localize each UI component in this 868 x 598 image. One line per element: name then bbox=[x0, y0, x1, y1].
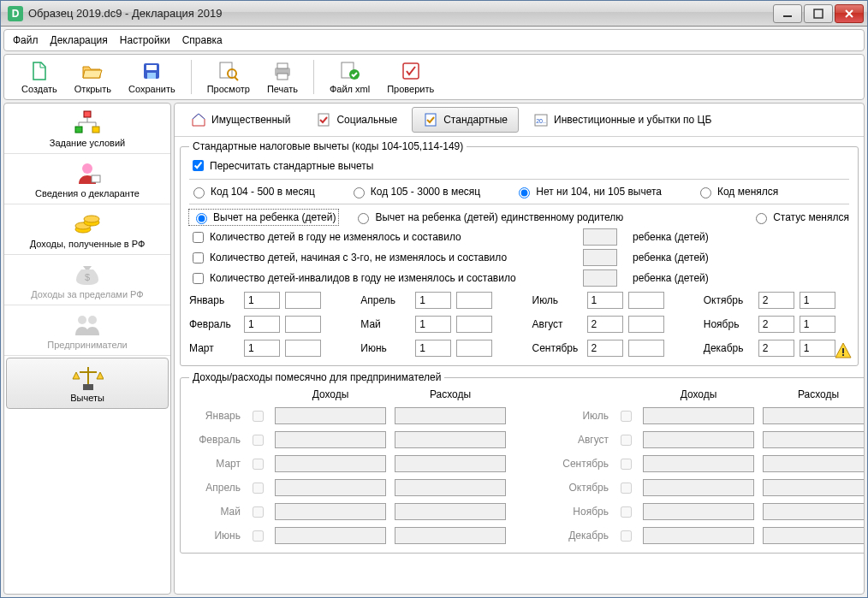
input-dec-2[interactable] bbox=[800, 340, 835, 357]
input-sep-2[interactable] bbox=[628, 340, 664, 357]
checkbox-recalc[interactable]: Пересчитать стандартные вычеты bbox=[189, 157, 373, 174]
input-sep-1[interactable] bbox=[587, 340, 623, 357]
ie-aug-check[interactable] bbox=[621, 435, 632, 446]
ie-dec-check[interactable] bbox=[621, 530, 632, 542]
input-may-1[interactable] bbox=[415, 316, 451, 333]
sidebar-entrepreneur[interactable]: Предприниматели bbox=[4, 305, 170, 356]
ie-oct-income[interactable] bbox=[643, 479, 754, 496]
tab-property[interactable]: Имущественный bbox=[180, 107, 301, 133]
ie-mar-check[interactable] bbox=[253, 459, 264, 470]
minimize-button[interactable] bbox=[773, 4, 802, 23]
tool-xml[interactable]: Файл xml bbox=[321, 58, 378, 96]
ie-mar-expense[interactable] bbox=[395, 455, 506, 472]
radio-none[interactable]: Нет ни 104, ни 105 вычета bbox=[514, 185, 662, 198]
ie-apr-income[interactable] bbox=[275, 479, 386, 496]
ie-feb-expense[interactable] bbox=[395, 431, 506, 448]
ie-jan-income[interactable] bbox=[275, 407, 386, 424]
tab-invest[interactable]: 20.. Инвестиционные и убытки по ЦБ bbox=[522, 107, 722, 133]
check-count1[interactable]: Количество детей в году не изменялось и … bbox=[189, 229, 576, 246]
radio-child[interactable]: Вычет на ребенка (детей) bbox=[189, 210, 338, 225]
input-apr-1[interactable] bbox=[415, 292, 451, 309]
input-nov-1[interactable] bbox=[758, 316, 794, 333]
ie-aug-expense[interactable] bbox=[763, 431, 864, 448]
check-count2[interactable]: Количество детей, начиная с 3-го, не изм… bbox=[189, 250, 576, 266]
tool-preview[interactable]: Просмотр bbox=[199, 58, 259, 96]
ie-nov-expense[interactable] bbox=[763, 503, 864, 520]
ie-may-income[interactable] bbox=[275, 503, 386, 520]
tab-standard[interactable]: Стандартные bbox=[412, 107, 519, 133]
app-window: D Образец 2019.dc9 - Декларация 2019 Фай… bbox=[0, 0, 868, 598]
ie-jun-expense[interactable] bbox=[395, 527, 506, 544]
input-jun-1[interactable] bbox=[415, 340, 451, 357]
input-aug-2[interactable] bbox=[628, 316, 664, 333]
sidebar-deductions[interactable]: Вычеты bbox=[6, 358, 169, 409]
radio-code104[interactable]: Код 104 - 500 в месяц bbox=[189, 185, 315, 198]
ie-apr-check[interactable] bbox=[253, 483, 264, 494]
input-feb-1[interactable] bbox=[244, 316, 280, 333]
ie-jun-check[interactable] bbox=[253, 530, 264, 542]
tab-social[interactable]: Социальные bbox=[305, 107, 408, 133]
ie-sep-expense[interactable] bbox=[763, 455, 864, 472]
ie-nov-check[interactable] bbox=[621, 506, 632, 518]
input-oct-2[interactable] bbox=[800, 292, 835, 309]
input-jul-1[interactable] bbox=[587, 292, 623, 309]
ie-sep-income[interactable] bbox=[643, 455, 754, 472]
ie-jun-income[interactable] bbox=[275, 527, 386, 544]
ie-jan-expense[interactable] bbox=[395, 407, 506, 424]
input-apr-2[interactable] bbox=[456, 292, 492, 309]
ie-nov-income[interactable] bbox=[643, 503, 754, 520]
ie-feb-income[interactable] bbox=[275, 431, 386, 448]
tool-check[interactable]: Проверить bbox=[378, 58, 443, 96]
ie-jul-check[interactable] bbox=[621, 411, 632, 422]
sidebar-income-rf[interactable]: Доходы, полученные в РФ bbox=[4, 204, 170, 255]
ie-may-expense[interactable] bbox=[395, 503, 506, 520]
ie-oct-expense[interactable] bbox=[763, 479, 864, 496]
tool-save[interactable]: Сохранить bbox=[120, 58, 184, 96]
checkbox-recalc-input[interactable] bbox=[193, 160, 204, 171]
close-button[interactable] bbox=[835, 4, 864, 23]
menu-settings[interactable]: Настройки bbox=[120, 34, 170, 46]
input-jan-2[interactable] bbox=[285, 292, 321, 309]
ie-apr-expense[interactable] bbox=[395, 479, 506, 496]
input-count3[interactable] bbox=[583, 269, 617, 287]
input-mar-1[interactable] bbox=[244, 340, 280, 357]
ie-jul-income[interactable] bbox=[643, 407, 754, 424]
menu-help[interactable]: Справка bbox=[182, 34, 223, 46]
radio-code105[interactable]: Код 105 - 3000 в месяц bbox=[349, 185, 480, 198]
maximize-button[interactable] bbox=[804, 4, 833, 23]
ie-oct-check[interactable] bbox=[621, 483, 632, 494]
ie-dec-expense[interactable] bbox=[763, 527, 864, 544]
ie-jan-check[interactable] bbox=[253, 411, 264, 422]
tool-open[interactable]: Открыть bbox=[66, 58, 120, 96]
sidebar-conditions[interactable]: Задание условий bbox=[4, 104, 170, 154]
input-aug-1[interactable] bbox=[587, 316, 623, 333]
input-jun-2[interactable] bbox=[456, 340, 492, 357]
ie-feb-check[interactable] bbox=[253, 435, 264, 446]
input-jul-2[interactable] bbox=[628, 292, 664, 309]
tool-create[interactable]: Создать bbox=[13, 58, 66, 96]
ie-aug-income[interactable] bbox=[643, 431, 754, 448]
ie-dec-income[interactable] bbox=[643, 527, 754, 544]
input-may-2[interactable] bbox=[456, 316, 492, 333]
input-feb-2[interactable] bbox=[285, 316, 321, 333]
check-count3[interactable]: Количество детей-инвалидов в году не изм… bbox=[189, 270, 576, 287]
sidebar-income-abroad[interactable]: $ Доходы за пределами РФ bbox=[4, 255, 170, 305]
radio-code-changed[interactable]: Код менялся bbox=[696, 185, 778, 198]
input-count2[interactable] bbox=[583, 249, 617, 266]
radio-status-changed[interactable]: Статус менялся bbox=[752, 210, 849, 224]
input-dec-1[interactable] bbox=[758, 340, 794, 357]
tool-print[interactable]: Печать bbox=[259, 58, 306, 96]
input-mar-2[interactable] bbox=[285, 340, 321, 357]
input-nov-2[interactable] bbox=[800, 316, 835, 333]
ie-jul-expense[interactable] bbox=[763, 407, 864, 424]
menu-declaration[interactable]: Декларация bbox=[51, 34, 108, 46]
sidebar-declarant[interactable]: Сведения о декларанте bbox=[4, 154, 170, 204]
input-count1[interactable] bbox=[583, 228, 617, 246]
ie-may-check[interactable] bbox=[253, 506, 264, 518]
input-jan-1[interactable] bbox=[244, 292, 280, 309]
radio-child-single[interactable]: Вычет на ребенка (детей) единственному р… bbox=[354, 210, 623, 224]
ie-mar-income[interactable] bbox=[275, 455, 386, 472]
ie-sep-check[interactable] bbox=[621, 459, 632, 470]
input-oct-1[interactable] bbox=[758, 292, 794, 309]
menu-file[interactable]: Файл bbox=[13, 34, 39, 46]
